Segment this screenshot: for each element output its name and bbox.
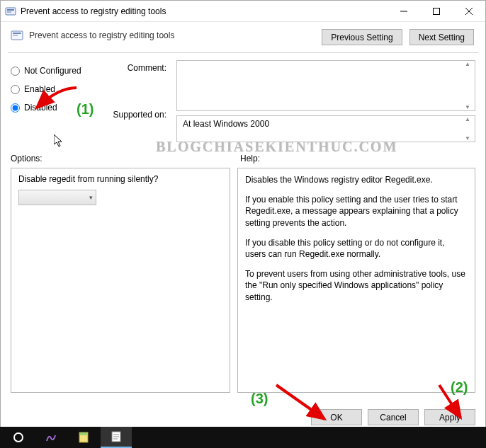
policy-editor-window: Prevent access to registry editing tools… [0, 0, 486, 427]
taskbar-item-2[interactable] [35, 427, 67, 448]
chevron-down-icon: ▾ [89, 194, 93, 201]
radio-disabled-input[interactable] [11, 103, 20, 113]
cancel-button[interactable]: Cancel [368, 409, 419, 425]
radio-enabled[interactable]: Enabled [11, 80, 103, 98]
next-setting-button[interactable]: Next Setting [409, 29, 474, 45]
section-labels: Options: Help: [1, 154, 485, 166]
supported-on-text: At least Windows 2000 [183, 119, 269, 129]
options-combo[interactable]: ▾ [18, 190, 96, 205]
radio-enabled-input[interactable] [11, 85, 20, 94]
apply-button[interactable]: Apply [424, 409, 475, 425]
svg-rect-2 [7, 11, 11, 13]
help-label: Help: [240, 154, 260, 163]
subtitle-row: Prevent access to registry editing tools… [1, 22, 485, 50]
radio-enabled-label: Enabled [24, 84, 55, 94]
help-p1: Disables the Windows registry editor Reg… [245, 174, 468, 185]
svg-rect-8 [13, 33, 21, 34]
titlebar: Prevent access to registry editing tools [1, 1, 485, 22]
policy-subtitle: Prevent access to registry editing tools [29, 30, 174, 40]
upper-config-area: Not Configured Enabled Disabled Comment:… [1, 53, 485, 151]
svg-rect-4 [434, 8, 440, 14]
svg-point-10 [14, 433, 23, 442]
comment-label: Comment: [128, 63, 166, 73]
svg-rect-9 [13, 35, 18, 36]
svg-rect-12 [79, 432, 88, 435]
options-label: Options: [11, 154, 240, 163]
policy-icon [11, 29, 23, 42]
comment-scroll[interactable]: ▲▼ [462, 61, 473, 110]
supported-label: Supported on: [113, 110, 166, 120]
taskbar-item-1[interactable] [3, 427, 34, 448]
dialog-buttons: OK Cancel Apply [311, 409, 475, 425]
minimize-button[interactable] [388, 1, 420, 22]
close-button[interactable] [453, 1, 485, 22]
app-icon [5, 6, 16, 17]
supported-on-box: At least Windows 2000 ▲▼ [176, 115, 475, 142]
taskbar-item-3[interactable] [68, 427, 99, 448]
radio-not-configured-input[interactable] [11, 67, 20, 76]
help-p3: If you disable this policy setting or do… [245, 237, 468, 260]
radio-disabled-label: Disabled [24, 103, 57, 113]
taskbar-item-4-active[interactable] [101, 427, 132, 448]
radio-group: Not Configured Enabled Disabled [11, 60, 103, 145]
maximize-button[interactable] [420, 1, 453, 22]
previous-setting-button[interactable]: Previous Setting [322, 29, 402, 45]
help-panel: Disables the Windows registry editor Reg… [237, 168, 475, 393]
taskbar [0, 427, 486, 448]
lower-panels: Disable regedit from running silently? ▾… [1, 166, 485, 393]
options-question: Disable regedit from running silently? [18, 174, 222, 184]
mid-labels: Comment: Supported on: [108, 60, 171, 120]
comment-textarea[interactable]: ▲▼ [176, 60, 475, 111]
svg-rect-1 [7, 9, 14, 11]
radio-not-configured[interactable]: Not Configured [11, 62, 103, 80]
window-title: Prevent access to registry editing tools [21, 6, 388, 16]
radio-not-configured-label: Not Configured [24, 66, 81, 76]
radio-disabled[interactable]: Disabled [11, 98, 103, 117]
help-p4: To prevent users from using other admini… [245, 268, 468, 303]
ok-button[interactable]: OK [311, 409, 362, 425]
supported-scroll[interactable]: ▲▼ [462, 116, 473, 142]
options-panel: Disable regedit from running silently? ▾ [11, 168, 230, 393]
help-p2: If you enable this policy setting and th… [245, 194, 468, 229]
